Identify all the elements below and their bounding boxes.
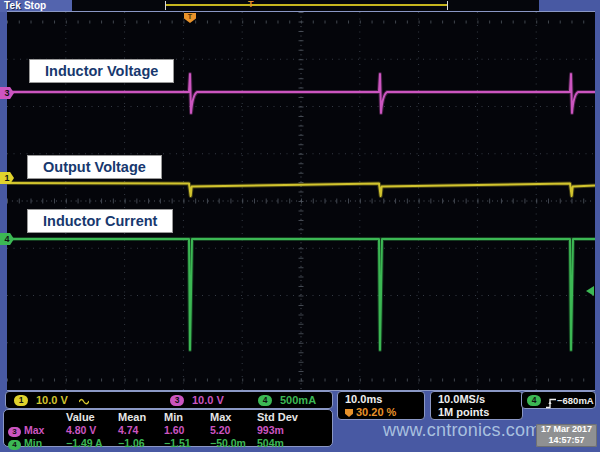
channel3-badge[interactable]: 3 — [170, 394, 184, 406]
measurement-name: Max — [24, 424, 44, 436]
measurement-channel-icon: 3 — [8, 427, 21, 437]
measurement-value: 4.74 — [118, 424, 164, 437]
trigger-level-arrow-icon[interactable] — [586, 286, 594, 296]
horizontal-position: 30.20 % — [345, 406, 424, 419]
measurement-name: Min — [24, 437, 42, 449]
measurement-value: −1.51 — [164, 437, 210, 450]
measurement-rows: 3Max4.80 V4.741.605.20993m4Min−1.49 A−1.… — [8, 424, 332, 449]
label-output-voltage: Output Voltage — [28, 156, 161, 178]
record-window-bracket[interactable]: T — [165, 1, 448, 10]
measurement-value: 993m — [257, 424, 318, 437]
measurement-value: 4.80 V — [66, 424, 118, 437]
channel4-number-icon: 4 — [258, 395, 272, 406]
timebase-readout[interactable]: 10.0ms 30.20 % — [337, 391, 425, 420]
measurement-column-header: Max — [210, 411, 257, 423]
watermark: www.cntronics.com — [383, 420, 540, 441]
trigger-readout[interactable]: 4 −680mA — [521, 391, 596, 409]
measurement-column-header: Mean — [118, 411, 164, 423]
label-inductor-voltage: Inductor Voltage — [30, 60, 173, 82]
measurement-column-header: Min — [164, 411, 210, 423]
record-trigger-marker: T — [248, 0, 254, 9]
trigger-source-icon: 4 — [527, 395, 541, 406]
sample-rate: 10.0MS/s — [438, 393, 522, 406]
measurement-row: 3Max4.80 V4.741.605.20993m — [8, 424, 332, 436]
measurement-header-row: ValueMeanMinMaxStd Dev — [8, 411, 332, 423]
measurement-value: 5.20 — [210, 424, 257, 437]
measurement-value: 504m — [257, 437, 318, 450]
trigger-level-value: −680mA — [557, 395, 594, 406]
channel4-scale: 500mA — [280, 394, 316, 406]
channel3-scale: 10.0 V — [192, 394, 224, 406]
tek-logo: Tek — [4, 0, 21, 11]
trigger-flag-icon — [345, 409, 353, 417]
measurement-value: −1.49 A — [66, 437, 118, 450]
channel1-scale: 10.0 V — [36, 394, 68, 406]
measurement-column-header: Std Dev — [257, 411, 318, 423]
measurement-column-header: Value — [66, 411, 118, 423]
measurement-value: −1.06 — [118, 437, 164, 450]
time-label: 14:57:57 — [536, 435, 597, 446]
measurement-channel-icon: 4 — [8, 440, 21, 450]
channel3-number-icon: 3 — [170, 395, 184, 406]
measurement-table: ValueMeanMinMaxStd Dev 3Max4.80 V4.741.6… — [3, 409, 333, 447]
record-waveform-preview — [166, 4, 447, 6]
rising-edge-icon — [545, 395, 557, 413]
measurement-value: 1.60 — [164, 424, 210, 437]
measurement-row: 4Min−1.49 A−1.06−1.51−50.0m504m — [8, 437, 332, 449]
acquisition-readout[interactable]: 10.0MS/s 1M points — [430, 391, 523, 420]
bandwidth-icon — [79, 396, 89, 408]
record-length: 1M points — [438, 406, 522, 419]
channel1-badge[interactable]: 1 — [14, 394, 28, 406]
channel-readout-bar[interactable]: 1 10.0 V 3 10.0 V 4 500mA — [5, 391, 333, 409]
datetime-display: 17 Mar 2017 14:57:57 — [536, 424, 597, 447]
channel1-number-icon: 1 — [14, 395, 28, 406]
timebase-scale: 10.0ms — [345, 393, 424, 406]
channel4-badge[interactable]: 4 — [258, 394, 272, 406]
label-inductor-current: Inductor Current — [28, 210, 172, 232]
measurement-value: −50.0m — [210, 437, 257, 450]
acquisition-status-label: Stop — [24, 0, 46, 11]
date-label: 17 Mar 2017 — [536, 424, 597, 435]
